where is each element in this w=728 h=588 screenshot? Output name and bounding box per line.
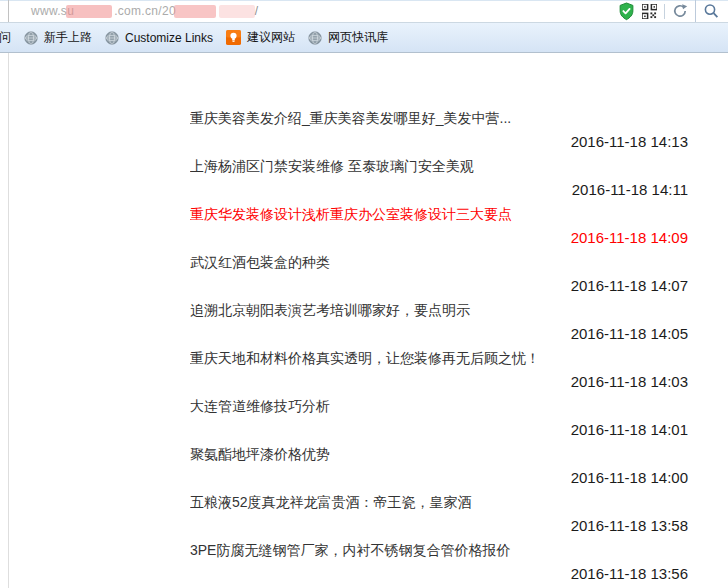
article-title-link[interactable]: 追溯北京朝阳表演艺考培训哪家好，要点明示 <box>190 298 688 322</box>
favorites-item[interactable]: 网页快讯库 <box>303 26 393 50</box>
article-date: 2016-11-18 13:58 <box>190 514 688 538</box>
favorites-item-label: 问 <box>0 29 11 46</box>
favorites-item-label: Customize Links <box>125 31 213 45</box>
globe-icon <box>308 31 322 45</box>
article-title-link[interactable]: 五粮液52度真龙祥龙富贵酒：帝王瓷，皇家酒 <box>190 490 688 514</box>
article-date: 2016-11-18 14:11 <box>190 178 688 202</box>
article-row: 上海杨浦区门禁安装维修 至泰玻璃门安全美观 2016-11-18 14:11 <box>190 154 688 202</box>
article-row: 重庆美容美发介绍_重庆美容美发哪里好_美发中营... 2016-11-18 14… <box>190 106 688 154</box>
article-date: 2016-11-18 14:13 <box>190 130 688 154</box>
article-row: 3PE防腐无缝钢管厂家，内衬不锈钢复合管价格报价 2016-11-18 13:5… <box>190 538 688 586</box>
article-row: 武汉红酒包装盒的种类 2016-11-18 14:07 <box>190 250 688 298</box>
article-title-link[interactable]: 3PE防腐无缝钢管厂家，内衬不锈钢复合管价格报价 <box>190 538 688 562</box>
article-list: 重庆美容美发介绍_重庆美容美发哪里好_美发中营... 2016-11-18 14… <box>190 106 688 586</box>
favorites-item[interactable]: 建议网站 <box>221 26 300 50</box>
article-date: 2016-11-18 14:05 <box>190 322 688 346</box>
refresh-icon[interactable] <box>672 3 688 19</box>
article-row: 聚氨酯地坪漆价格优势 2016-11-18 14:00 <box>190 442 688 490</box>
url-redaction <box>219 5 255 18</box>
article-date: 2016-11-18 14:01 <box>190 418 688 442</box>
article-row: 五粮液52度真龙祥龙富贵酒：帝王瓷，皇家酒 2016-11-18 13:58 <box>190 490 688 538</box>
window-left-edge <box>8 53 9 588</box>
url-redaction <box>174 5 216 18</box>
favorites-item-label: 建议网站 <box>247 29 295 46</box>
article-title-link[interactable]: 聚氨酯地坪漆价格优势 <box>190 442 688 466</box>
qr-code-icon[interactable] <box>642 4 657 19</box>
url-field[interactable]: www.su .com.cn/20 / <box>8 0 259 22</box>
url-text: .com.cn/20 <box>114 4 176 18</box>
address-bar-icons <box>618 0 728 22</box>
page-content: 重庆美容美发介绍_重庆美容美发哪里好_美发中营... 2016-11-18 14… <box>0 53 728 588</box>
address-bar: www.su .com.cn/20 / <box>0 0 728 23</box>
article-title-link[interactable]: 大连管道维修技巧分析 <box>190 394 688 418</box>
favorites-item-label: 新手上路 <box>44 29 92 46</box>
article-date: 2016-11-18 14:00 <box>190 466 688 490</box>
favorites-item[interactable]: 问 <box>0 26 16 50</box>
globe-icon <box>105 31 119 45</box>
article-row: 追溯北京朝阳表演艺考培训哪家好，要点明示 2016-11-18 14:05 <box>190 298 688 346</box>
article-row: 重庆天地和材料价格真实透明，让您装修再无后顾之忧！ 2016-11-18 14:… <box>190 346 688 394</box>
favorites-item[interactable]: 新手上路 <box>19 26 97 50</box>
url-redaction <box>66 5 112 18</box>
article-date: 2016-11-18 14:07 <box>190 274 688 298</box>
lightbulb-icon <box>226 30 241 45</box>
safety-shield-icon[interactable] <box>618 2 635 21</box>
favorites-bar: 问 新手上路 Customize Links 建议网站 网页快讯库 <box>0 23 728 53</box>
article-title-link[interactable]: 武汉红酒包装盒的种类 <box>190 250 688 274</box>
divider <box>664 4 665 19</box>
article-title-link[interactable]: 上海杨浦区门禁安装维修 至泰玻璃门安全美观 <box>190 154 688 178</box>
article-title-link[interactable]: 重庆华发装修设计浅析重庆办公室装修设计三大要点 <box>190 202 688 226</box>
search-icon[interactable] <box>703 3 719 19</box>
article-title-link[interactable]: 重庆美容美发介绍_重庆美容美发哪里好_美发中营... <box>190 106 688 130</box>
article-row: 重庆华发装修设计浅析重庆办公室装修设计三大要点 2016-11-18 14:09 <box>190 202 688 250</box>
article-title-link[interactable]: 重庆天地和材料价格真实透明，让您装修再无后顾之忧！ <box>190 346 688 370</box>
favorites-item[interactable]: Customize Links <box>100 26 218 50</box>
url-text: / <box>255 4 259 18</box>
article-date: 2016-11-18 14:09 <box>190 226 688 250</box>
article-date: 2016-11-18 13:56 <box>190 562 688 586</box>
article-date: 2016-11-18 14:03 <box>190 370 688 394</box>
globe-icon <box>24 31 38 45</box>
favorites-item-label: 网页快讯库 <box>328 29 388 46</box>
divider <box>695 0 696 22</box>
article-row: 大连管道维修技巧分析 2016-11-18 14:01 <box>190 394 688 442</box>
